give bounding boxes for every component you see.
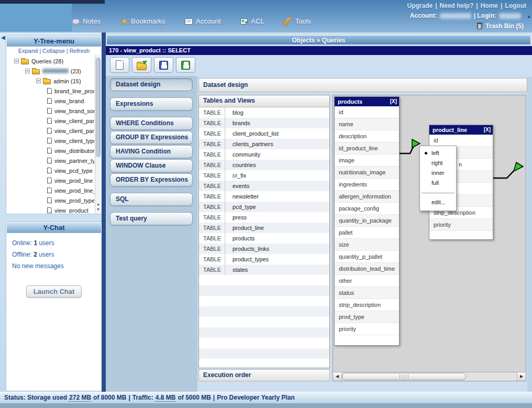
need-help-link[interactable]: Need help? [440,2,474,9]
query-diagram-canvas[interactable]: products [X] id name description id_prod… [332,95,526,381]
entity-field-row[interactable]: status [335,287,399,299]
scroll-right-icon[interactable]: ▶ [517,372,526,381]
entity-field-row[interactable]: priority [335,323,399,335]
query-section-button[interactable]: WINDOW Clause [110,159,193,172]
table-row[interactable]: TABLE brands [199,118,329,128]
table-row[interactable]: TABLE countries [199,160,329,170]
table-row[interactable]: TABLE community [199,149,329,160]
entity-field-row[interactable]: other [335,275,399,287]
table-row[interactable]: TABLE products_links [199,244,329,254]
entity-field-row[interactable]: quantity_p_pallet [335,251,399,263]
scrollbar-thumb[interactable] [342,373,466,380]
entity-field-row[interactable]: allergen_information [335,191,399,203]
diagram-horizontal-scrollbar[interactable]: ◀ ▶ [333,372,526,381]
tree-item[interactable]: brand_line_prod [7,86,94,96]
logout-link[interactable]: Logout [505,2,526,9]
join-menu-item[interactable]: edit... [420,197,456,207]
tree-item[interactable]: view_distributor_ty [7,146,94,156]
tree-item[interactable]: view_product [7,205,94,213]
nav-item-account[interactable]: Account [185,17,220,25]
collapse-toggle-icon[interactable] [25,69,30,73]
save-button[interactable] [154,57,173,73]
nav-item-acl[interactable]: ACL [240,17,264,25]
table-row[interactable]: TABLE events [199,181,329,191]
nav-item-bookmarks[interactable]: Bookmarks [120,17,165,25]
tree-item[interactable]: view_prod_line_so [7,185,94,195]
nav-item-notes[interactable]: Notes [72,17,101,25]
execution-order-header[interactable]: Execution order [198,369,330,381]
table-row[interactable]: TABLE product_types [199,254,329,264]
table-row[interactable]: TABLE clients_partners [199,139,329,149]
collapse-toggle-icon[interactable] [14,59,19,63]
table-row[interactable]: TABLE cr_fix [199,170,329,181]
tree-item[interactable]: view_partner_type [7,156,94,166]
query-section-button[interactable]: Dataset design [110,78,193,91]
entity-field-row[interactable]: ingredients [335,179,399,191]
tree-item[interactable]: view_brand [7,96,94,106]
table-row[interactable]: TABLE pcd_type [199,202,329,212]
query-section-button[interactable]: WHERE Conditions [110,117,193,130]
entity-field-row[interactable]: priority [429,219,493,231]
upgrade-link[interactable]: Upgrade [407,2,433,9]
new-query-button[interactable] [110,57,129,73]
nav-item-tools[interactable]: Tools [284,17,311,25]
save-as-button[interactable] [176,57,195,73]
close-icon[interactable]: [X] [484,125,491,135]
launch-chat-button[interactable]: Launch Chat [26,285,82,297]
entity-field-row[interactable]: nutritionals_image [335,167,399,179]
traffic-used-value[interactable]: 4.8 MB [156,394,176,402]
tree-item[interactable]: Queries (28) [7,56,94,66]
table-row[interactable]: TABLE client_product_list [199,128,329,139]
scroll-up-icon[interactable]: ▲ [95,202,101,207]
join-menu-item[interactable]: full [420,178,456,188]
table-row[interactable]: TABLE states [199,264,329,275]
entity-field-row[interactable]: size [335,239,399,251]
close-icon[interactable]: [X] [390,97,397,106]
trash-bin-link[interactable]: Trash Bin (5) [477,23,524,30]
tree-scrollbar[interactable]: ▲ ▼ [95,55,101,213]
query-section-button[interactable]: GROUP BY Expressions [110,131,193,144]
tree-item[interactable]: view_client_partne [7,116,94,126]
entity-field-row[interactable]: id [335,106,399,118]
collapse-all-link[interactable]: Collapse [42,48,65,54]
home-link[interactable]: Home [481,2,498,9]
query-section-button[interactable]: HAVING Condition [110,145,193,158]
entity-header[interactable]: product_line [X] [429,125,493,135]
table-row[interactable]: TABLE product_line [199,223,329,233]
entity-field-row[interactable]: image [335,155,399,167]
open-query-button[interactable] [132,57,151,73]
entity-field-row[interactable]: quantity_in_package [335,215,399,227]
scroll-down-icon[interactable]: ▼ [95,207,101,212]
query-section-button[interactable]: Expressions [110,97,193,111]
table-row[interactable]: TABLE newsletter [199,191,329,202]
entity-field-row[interactable]: distribution_lead_time [335,263,399,275]
query-section-button[interactable]: Test query [110,212,193,225]
entity-products[interactable]: products [X] id name description id_prod… [334,96,400,346]
join-menu-item[interactable]: left [420,148,456,158]
collapse-toggle-icon[interactable] [36,79,41,83]
entity-field-row[interactable]: description [335,130,399,142]
entity-field-row[interactable]: pallet [335,227,399,239]
tree-item[interactable]: view_brand_sort [7,106,94,116]
entity-field-row[interactable]: id_product_line [335,142,399,155]
query-section-button[interactable]: ORDER BY Expressions [110,173,193,186]
storage-used-value[interactable]: 272 MB [69,394,91,402]
entity-header[interactable]: products [X] [335,97,399,106]
table-row[interactable]: TABLE blog [199,107,329,118]
join-menu-item[interactable]: inner [420,168,456,178]
scroll-left-icon[interactable]: ◀ [333,372,342,381]
entity-field-row[interactable]: name [335,118,399,130]
tree-item[interactable]: (23) [7,66,94,76]
sidebar-collapse-arrow-icon[interactable]: ◀ [1,35,5,40]
entity-field-row[interactable]: id [429,135,493,147]
table-row[interactable]: TABLE press [199,212,329,223]
tree-scrollbar-thumb[interactable] [96,58,101,157]
join-menu-item[interactable]: right [420,158,456,168]
entity-field-row[interactable]: package_config [335,203,399,215]
table-row[interactable]: TABLE products [199,233,329,244]
entity-field-row[interactable]: strip_description [335,299,399,311]
expand-all-link[interactable]: Expand [18,48,38,54]
tree-item[interactable]: view_prod_line [7,175,94,185]
tree-item[interactable]: view_client_type [7,136,94,146]
refresh-link[interactable]: Refresh [70,48,90,54]
